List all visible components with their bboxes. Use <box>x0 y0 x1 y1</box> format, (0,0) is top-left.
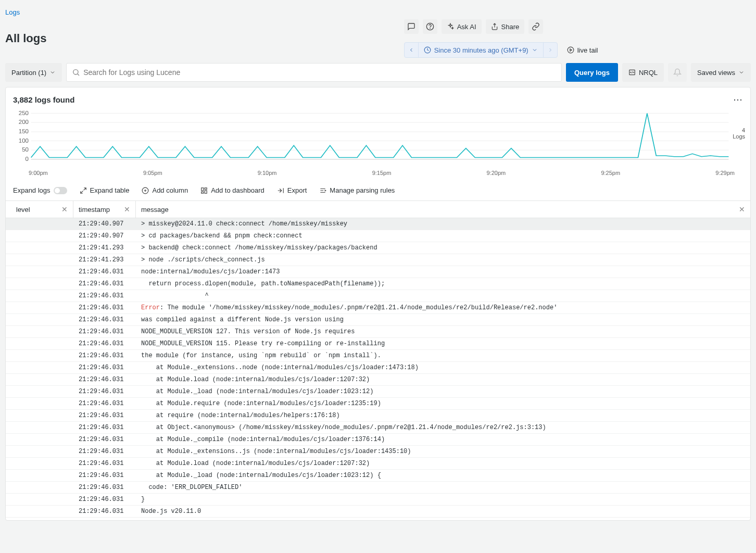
time-prev-button[interactable] <box>405 47 418 53</box>
more-menu-button[interactable]: ⋯ <box>733 94 743 105</box>
table-row[interactable]: 21:29:46.031Node.js v20.11.0 <box>6 506 750 518</box>
table-row[interactable]: 21:29:46.031 at Object.<anonymous> (/hom… <box>6 422 750 434</box>
table-row[interactable]: 21:29:46.031the module (for instance, us… <box>6 350 750 362</box>
svg-rect-22 <box>201 192 204 193</box>
cell-message: ^ <box>136 290 750 301</box>
table-row[interactable]: 21:29:46.031 at Module.require (node:int… <box>6 398 750 410</box>
cell-level <box>6 314 73 325</box>
table-row[interactable]: 21:29:46.031 at Module._compile (node:in… <box>6 434 750 446</box>
cell-message: at Module._load (node:internal/modules/c… <box>136 386 750 397</box>
cell-timestamp: 21:29:41.293 <box>73 242 136 254</box>
time-next-button[interactable] <box>544 47 557 53</box>
close-icon[interactable]: ✕ <box>124 205 130 213</box>
table-row[interactable]: 21:29:46.031 at Module.load (node:intern… <box>6 374 750 386</box>
time-range-button[interactable]: Since 30 minutes ago (GMT+9) <box>418 43 544 57</box>
svg-rect-19 <box>201 187 204 190</box>
cell-timestamp: 21:29:46.031 <box>73 446 136 457</box>
breadcrumb: Logs <box>5 8 751 16</box>
table-row[interactable]: 21:29:46.031 at Module.load (node:intern… <box>6 458 750 470</box>
cell-message: > misskey@2024.11.0 check:connect /home/… <box>136 218 750 230</box>
cell-timestamp: 21:29:40.907 <box>73 230 136 242</box>
cell-timestamp: 21:29:40.907 <box>73 218 136 230</box>
live-tail-label: live tail <box>577 46 598 54</box>
column-level-label: level <box>16 206 30 213</box>
parsing-icon <box>319 187 326 194</box>
cell-timestamp: 21:29:46.031 <box>73 374 136 385</box>
table-row[interactable]: 21:29:46.031was compiled against a diffe… <box>6 314 750 326</box>
table-row[interactable]: 21:29:46.031 at Module._extensions..js (… <box>6 446 750 458</box>
nrql-button[interactable]: NRQL <box>622 63 664 82</box>
table-row[interactable]: 21:29:46.031 at Module._extensions..node… <box>6 362 750 374</box>
saved-views-dropdown[interactable]: Saved views <box>691 63 751 82</box>
partition-dropdown[interactable]: Partition (1) <box>5 63 62 82</box>
share-button[interactable]: Share <box>486 19 525 34</box>
search-icon <box>72 68 80 77</box>
bell-icon[interactable] <box>668 63 687 82</box>
live-tail-button[interactable]: live tail <box>562 42 603 58</box>
cell-level <box>6 362 73 373</box>
table-row[interactable]: 21:29:41.293> backend@ check:connect /ho… <box>6 242 750 254</box>
cell-level <box>6 266 73 278</box>
add-dashboard-button[interactable]: Add to dashboard <box>200 186 264 194</box>
cell-message: > backend@ check:connect /home/misskey/m… <box>136 242 750 254</box>
table-row[interactable]: 21:29:46.031 at Module._load (node:inter… <box>6 470 750 482</box>
table-row[interactable]: 21:29:46.031Error: The module '/home/mis… <box>6 302 750 314</box>
table-row[interactable]: 21:29:46.031 code: 'ERR_DLOPEN_FAILED' <box>6 482 750 494</box>
column-level[interactable]: level ✕ <box>6 201 73 218</box>
cell-message: at require (node:internal/modules/helper… <box>136 410 750 421</box>
parsing-rules-button[interactable]: Manage parsing rules <box>319 186 395 194</box>
cell-message: at Module._extensions..js (node:internal… <box>136 446 750 457</box>
table-row[interactable]: 21:29:46.031 at Module._load (node:inter… <box>6 386 750 398</box>
table-row[interactable]: 21:29:41.293> node ./scripts/check_conne… <box>6 254 750 266</box>
table-row[interactable]: 21:29:46.031NODE_MODULE_VERSION 127. Thi… <box>6 326 750 338</box>
table-row[interactable]: 21:29:40.907> misskey@2024.11.0 check:co… <box>6 218 750 230</box>
help-icon[interactable] <box>423 19 437 34</box>
add-column-button[interactable]: Add column <box>142 186 188 194</box>
cell-message: Node.js v20.11.0 <box>136 506 750 517</box>
time-range-label: Since 30 minutes ago (GMT+9) <box>434 46 528 54</box>
table-row[interactable]: 21:29:46.031 ^ <box>6 290 750 302</box>
expand-table-button[interactable]: Expand table <box>80 186 130 194</box>
search-input[interactable] <box>80 64 556 81</box>
log-rows[interactable]: 21:29:40.907> misskey@2024.11.0 check:co… <box>6 218 750 520</box>
copy-link-icon[interactable] <box>528 19 543 34</box>
chart-x-axis: 9:00pm9:05pm9:10pm9:15pm9:20pm9:25pm9:29… <box>6 169 750 180</box>
query-logs-button[interactable]: Query logs <box>566 63 618 82</box>
table-row[interactable]: 21:29:46.031node:internal/modules/cjs/lo… <box>6 266 750 278</box>
table-row[interactable]: 21:29:46.031 return process.dlopen(modul… <box>6 278 750 290</box>
cell-timestamp: 21:29:46.031 <box>73 422 136 433</box>
close-icon[interactable]: ✕ <box>61 205 68 213</box>
breadcrumb-logs-link[interactable]: Logs <box>5 8 20 16</box>
logs-timeline-chart[interactable]: 050100150200250 4 Logs <box>6 107 750 169</box>
table-row[interactable]: 21:29:46.031 at require (node:internal/m… <box>6 410 750 422</box>
cell-timestamp: 21:29:46.031 <box>73 326 136 337</box>
expand-logs-toggle[interactable]: Expand logs <box>13 186 67 194</box>
column-message[interactable]: message ✕ <box>136 201 750 218</box>
export-button[interactable]: Export <box>277 186 307 194</box>
cell-message: code: 'ERR_DLOPEN_FAILED' <box>136 482 750 493</box>
svg-text:100: 100 <box>19 137 29 143</box>
svg-rect-20 <box>205 187 207 189</box>
comment-icon[interactable] <box>404 19 419 34</box>
svg-text:250: 250 <box>19 110 29 116</box>
chevron-down-icon <box>49 69 56 76</box>
share-label: Share <box>501 23 520 31</box>
cell-message: > node ./scripts/check_connect.js <box>136 254 750 266</box>
column-timestamp[interactable]: timestamp ✕ <box>73 201 136 218</box>
nrql-label: NRQL <box>639 69 658 77</box>
ask-ai-button[interactable]: Ask AI <box>442 19 482 34</box>
expand-logs-label: Expand logs <box>13 186 51 194</box>
table-header: level ✕ timestamp ✕ message ✕ <box>6 201 750 218</box>
expand-icon <box>80 187 87 194</box>
table-row[interactable]: 21:29:46.031NODE_MODULE_VERSION 115. Ple… <box>6 338 750 350</box>
svg-text:200: 200 <box>19 119 29 125</box>
table-row[interactable]: 21:29:46.511> misskey@2024.11.0 start <box>6 518 750 520</box>
cell-timestamp: 21:29:46.031 <box>73 290 136 301</box>
svg-point-1 <box>430 28 430 29</box>
table-row[interactable]: 21:29:40.907> cd packages/backend && pnp… <box>6 230 750 242</box>
cell-message: at Module._extensions..node (node:intern… <box>136 362 750 373</box>
table-row[interactable]: 21:29:46.031} <box>6 494 750 506</box>
search-box <box>66 63 562 82</box>
query-logs-label: Query logs <box>574 69 610 77</box>
close-icon[interactable]: ✕ <box>739 205 745 213</box>
